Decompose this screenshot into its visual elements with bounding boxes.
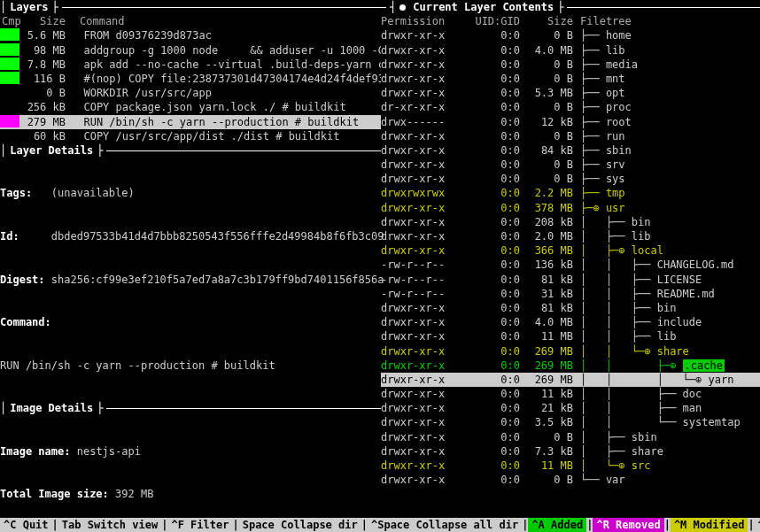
file-size: 0 B bbox=[527, 129, 580, 143]
cmp-indicator bbox=[0, 72, 19, 84]
file-uidgid: 0:0 bbox=[469, 359, 527, 373]
layer-row[interactable]: 7.8 MB apk add --no-cache --virtual .bui… bbox=[0, 58, 381, 72]
file-permission: drwxr-xr-x bbox=[381, 415, 469, 429]
file-permission: -rw-r--r-- bbox=[381, 258, 469, 272]
layer-row[interactable]: 98 MB addgroup -g 1000 node && adduser -… bbox=[0, 43, 381, 58]
layer-row[interactable]: 5.6 MB FROM d09376239d873ac bbox=[0, 28, 381, 42]
filetree-row[interactable]: drwxr-xr-x0:0269 MB│ │ │ └─⊕ yarn bbox=[381, 373, 760, 387]
layers-header: Cmp Size Command bbox=[0, 14, 381, 28]
file-permission: -rw-r--r-- bbox=[381, 287, 469, 301]
filetree-row[interactable]: drwxr-xr-x0:05.3 MB├── opt bbox=[381, 86, 760, 100]
filetree-row[interactable]: drwxr-xr-x0:00 B├── media bbox=[381, 58, 760, 72]
unmod-key[interactable]: ^U bbox=[755, 518, 760, 532]
left-panel: │ Layers ├ Cmp Size Command 5.6 MB FROM … bbox=[0, 0, 381, 518]
layer-row[interactable]: 256 kB COPY package.json yarn.lock ./ # … bbox=[0, 100, 381, 114]
filetree-row[interactable]: drwxr-xr-x0:02.0 MB│ ├── lib bbox=[381, 229, 760, 243]
file-uidgid: 0:0 bbox=[469, 229, 527, 243]
file-size: 0 B bbox=[527, 172, 580, 186]
filetree-row[interactable]: -rw-r--r--0:081 kB│ │ ├── LICENSE bbox=[381, 273, 760, 287]
filetree-row[interactable]: drwxr-xr-x0:00 B├── mnt bbox=[381, 72, 760, 86]
filetree-row[interactable]: drwxr-xr-x0:081 kB│ │ ├── bin bbox=[381, 301, 760, 315]
file-tree-entry: ├── tmp bbox=[580, 186, 760, 200]
layers-list[interactable]: 5.6 MB FROM d09376239d873ac98 MB addgrou… bbox=[0, 28, 381, 143]
cmp-indicator bbox=[0, 43, 19, 56]
quit-key[interactable]: ^C Quit bbox=[0, 518, 52, 532]
filetree-row[interactable]: drwxr-xr-x0:021 kB│ │ ├── man bbox=[381, 401, 760, 415]
file-tree-entry: │ │ ├── bin bbox=[580, 301, 760, 315]
filetree-row[interactable]: drwxr-xr-x0:011 MB│ └─⊕ src bbox=[381, 459, 760, 473]
layer-row[interactable]: 279 MB RUN /bin/sh -c yarn --production … bbox=[0, 115, 381, 129]
filter-key[interactable]: ^F Filter bbox=[167, 518, 232, 532]
file-uidgid: 0:0 bbox=[469, 401, 527, 415]
file-permission: drwxr-xr-x bbox=[381, 387, 469, 401]
filetree-row[interactable]: drwxr-xr-x0:00 B├── home bbox=[381, 28, 760, 42]
filetree-row[interactable]: drwxr-xr-x0:0366 MB│ ├─⊕ local bbox=[381, 243, 760, 258]
filetree-row[interactable]: drwxr-xr-x0:00 B├── run bbox=[381, 129, 760, 143]
file-size: 3.5 kB bbox=[527, 415, 580, 429]
file-size: 269 MB bbox=[527, 373, 580, 387]
filetree-row[interactable]: drwxr-xr-x0:00 B│ ├── sbin bbox=[381, 430, 760, 444]
filetree-row[interactable]: drwxr-xr-x0:03.5 kB│ │ └── systemtap bbox=[381, 415, 760, 429]
filetree-row[interactable]: drwxr-xr-x0:011 MB│ │ ├── lib bbox=[381, 329, 760, 343]
file-permission: drwxr-xr-x bbox=[381, 86, 469, 100]
file-uidgid: 0:0 bbox=[469, 86, 527, 100]
file-permission: drwxr-xr-x bbox=[381, 243, 469, 258]
file-tree-entry: │ └─⊕ src bbox=[580, 459, 760, 473]
cmp-indicator bbox=[0, 129, 19, 142]
file-uidgid: 0:0 bbox=[469, 186, 527, 200]
file-permission: dr-xr-xr-x bbox=[381, 100, 469, 114]
layer-size: 256 kB bbox=[19, 100, 71, 114]
file-tree-entry: │ │ ├── lib bbox=[580, 329, 760, 343]
file-permission: drwxr-xr-x bbox=[381, 373, 469, 387]
tags-val: (unavailable) bbox=[51, 187, 135, 199]
modified-key[interactable]: ^M Modified bbox=[671, 518, 748, 532]
filetree-row[interactable]: drwxr-xr-x0:0269 MB│ │ └─⊕ share bbox=[381, 344, 760, 359]
filetree-row[interactable]: drwxr-xr-x0:04.0 MB├── lib bbox=[381, 43, 760, 58]
filetree-row[interactable]: drwxr-xr-x0:04.0 MB│ │ ├── include bbox=[381, 315, 760, 329]
file-tree-entry: │ ├─⊕ local bbox=[580, 243, 760, 258]
filetree-row[interactable]: -rw-r--r--0:031 kB│ │ ├── README.md bbox=[381, 287, 760, 301]
filetree-row[interactable]: -rw-r--r--0:0136 kB│ │ ├── CHANGELOG.md bbox=[381, 258, 760, 272]
filetree-row[interactable]: drwxr-xr-x0:0378 MB├─⊕ usr bbox=[381, 201, 760, 215]
filetree-list[interactable]: drwxr-xr-x0:00 B├── homedrwxr-xr-x0:04.0… bbox=[381, 28, 760, 487]
layer-row[interactable]: 0 B WORKDIR /usr/src/app bbox=[0, 86, 381, 100]
file-permission: drwxr-xr-x bbox=[381, 172, 469, 186]
filetree-row[interactable]: drwxrwxrwx0:02.2 MB├── tmp bbox=[381, 186, 760, 200]
filetree-row[interactable]: drwx------0:012 kB├── root bbox=[381, 115, 760, 129]
filetree-row[interactable]: drwxr-xr-x0:00 B└── var bbox=[381, 473, 760, 487]
file-tree-entry: ├── srv bbox=[580, 158, 760, 172]
file-permission: drwxr-xr-x bbox=[381, 459, 469, 473]
filetree-row[interactable]: drwxr-xr-x0:0269 MB│ │ ├─⊕ .cache bbox=[381, 359, 760, 373]
layer-command: COPY package.json yarn.lock ./ # buildki… bbox=[71, 100, 381, 114]
cmp-indicator bbox=[0, 28, 19, 41]
statusbar: ^C Quit| Tab Switch view| ^F Filter| Spa… bbox=[0, 518, 760, 532]
filetree-row[interactable]: drwxr-xr-x0:0208 kB│ ├── bin bbox=[381, 215, 760, 229]
command-val: RUN /bin/sh -c yarn --production # build… bbox=[0, 359, 275, 372]
filetree-row[interactable]: dr-xr-xr-x0:00 B├── proc bbox=[381, 100, 760, 114]
filetree-row[interactable]: drwxr-xr-x0:00 B├── sys bbox=[381, 172, 760, 186]
layer-row[interactable]: 60 kB COPY /usr/src/app/dist ./dist # bu… bbox=[0, 129, 381, 143]
tab-key[interactable]: Tab Switch view bbox=[58, 518, 161, 532]
file-size: 269 MB bbox=[527, 344, 580, 359]
file-size: 0 B bbox=[527, 28, 580, 42]
file-tree-entry: ├── mnt bbox=[580, 72, 760, 86]
layer-row[interactable]: 116 B #(nop) COPY file:238737301d4730417… bbox=[0, 72, 381, 86]
file-permission: drwxr-xr-x bbox=[381, 72, 469, 86]
file-uidgid: 0:0 bbox=[469, 201, 527, 215]
file-size: 7.3 kB bbox=[527, 444, 580, 459]
file-uidgid: 0:0 bbox=[469, 158, 527, 172]
filetree-row[interactable]: drwxr-xr-x0:011 kB│ │ ├── doc bbox=[381, 387, 760, 401]
file-permission: drwxr-xr-x bbox=[381, 430, 469, 444]
file-permission: drwxr-xr-x bbox=[381, 329, 469, 343]
file-tree-entry: │ │ └── systemtap bbox=[580, 415, 760, 429]
filetree-row[interactable]: drwxr-xr-x0:084 kB├── sbin bbox=[381, 143, 760, 158]
filetree-row[interactable]: drwxr-xr-x0:00 B├── srv bbox=[381, 158, 760, 172]
file-uidgid: 0:0 bbox=[469, 459, 527, 473]
removed-key[interactable]: ^R Removed bbox=[593, 518, 663, 532]
collapse-key[interactable]: Space Collapse dir bbox=[239, 518, 361, 532]
file-size: 21 kB bbox=[527, 401, 580, 415]
filetree-row[interactable]: drwxr-xr-x0:07.3 kB│ ├── share bbox=[381, 444, 760, 459]
file-uidgid: 0:0 bbox=[469, 373, 527, 387]
collapse-all-key[interactable]: ^Space Collapse all dir bbox=[368, 518, 522, 532]
added-key[interactable]: ^A Added bbox=[528, 518, 586, 532]
